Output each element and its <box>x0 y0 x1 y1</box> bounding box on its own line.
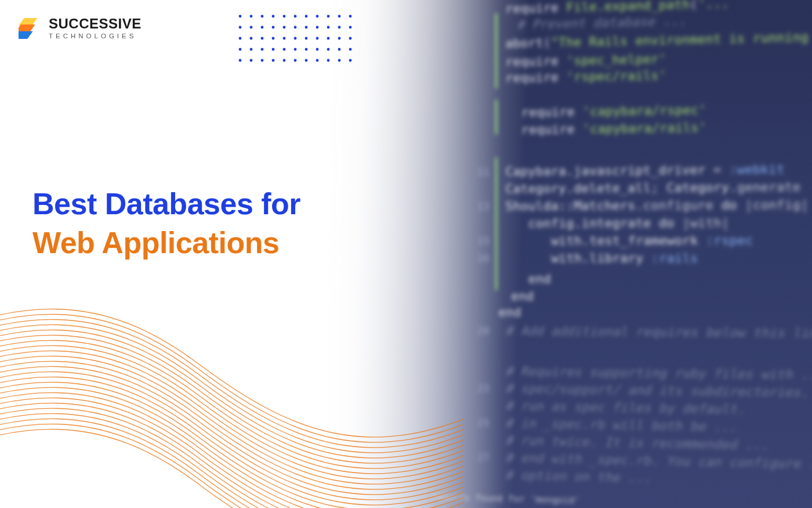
svg-point-34 <box>250 48 253 51</box>
svg-point-20 <box>338 26 341 29</box>
svg-point-33 <box>239 48 242 51</box>
svg-point-21 <box>349 26 352 29</box>
headline-line-2: Web Applications <box>32 224 300 262</box>
brand-logo: SUCCESSIVE TECHNOLOGIES <box>19 15 142 42</box>
svg-point-29 <box>316 37 319 40</box>
svg-point-51 <box>316 59 319 62</box>
svg-point-6 <box>305 15 308 18</box>
svg-point-46 <box>261 59 264 62</box>
brand-name: SUCCESSIVE <box>49 17 142 31</box>
svg-point-2 <box>261 15 264 18</box>
svg-point-52 <box>327 59 330 62</box>
svg-point-7 <box>316 15 319 18</box>
svg-point-9 <box>338 15 341 18</box>
svg-point-19 <box>327 26 330 29</box>
svg-point-16 <box>294 26 297 29</box>
svg-point-49 <box>294 59 297 62</box>
svg-point-4 <box>283 15 286 18</box>
svg-point-35 <box>261 48 264 51</box>
svg-point-8 <box>327 15 330 18</box>
svg-point-45 <box>250 59 253 62</box>
svg-point-11 <box>239 26 242 29</box>
svg-point-10 <box>349 15 352 18</box>
svg-point-42 <box>338 48 341 51</box>
svg-point-31 <box>338 37 341 40</box>
svg-point-1 <box>250 15 253 18</box>
svg-point-18 <box>316 26 319 29</box>
svg-point-40 <box>316 48 319 51</box>
dot-grid-decoration <box>238 14 360 72</box>
headline-line-1: Best Databases for <box>32 185 300 224</box>
svg-point-25 <box>272 37 275 40</box>
svg-point-26 <box>283 37 286 40</box>
svg-point-43 <box>349 48 352 51</box>
main-headline: Best Databases for Web Applications <box>32 185 300 262</box>
svg-point-48 <box>283 59 286 62</box>
svg-point-39 <box>305 48 308 51</box>
svg-point-12 <box>250 26 253 29</box>
svg-point-0 <box>239 15 242 18</box>
wave-decoration <box>0 258 464 508</box>
svg-point-14 <box>272 26 275 29</box>
svg-point-24 <box>261 37 264 40</box>
brand-tagline: TECHNOLOGIES <box>49 33 142 40</box>
svg-point-27 <box>294 37 297 40</box>
svg-point-53 <box>338 59 341 62</box>
svg-point-47 <box>272 59 275 62</box>
logo-mark-icon <box>19 15 41 42</box>
svg-point-15 <box>283 26 286 29</box>
svg-point-37 <box>283 48 286 51</box>
svg-point-32 <box>349 37 352 40</box>
svg-point-28 <box>305 37 308 40</box>
svg-point-3 <box>272 15 275 18</box>
svg-point-44 <box>239 59 242 62</box>
svg-point-50 <box>305 59 308 62</box>
banner-canvas: 11 13 15 16 20 23 25 27 require File.exp… <box>0 0 812 508</box>
svg-point-23 <box>250 37 253 40</box>
svg-point-5 <box>294 15 297 18</box>
svg-point-36 <box>272 48 275 51</box>
svg-point-38 <box>294 48 297 51</box>
svg-point-30 <box>327 37 330 40</box>
svg-point-17 <box>305 26 308 29</box>
svg-point-41 <box>327 48 330 51</box>
svg-point-54 <box>349 59 352 62</box>
svg-point-22 <box>239 37 242 40</box>
svg-point-13 <box>261 26 264 29</box>
